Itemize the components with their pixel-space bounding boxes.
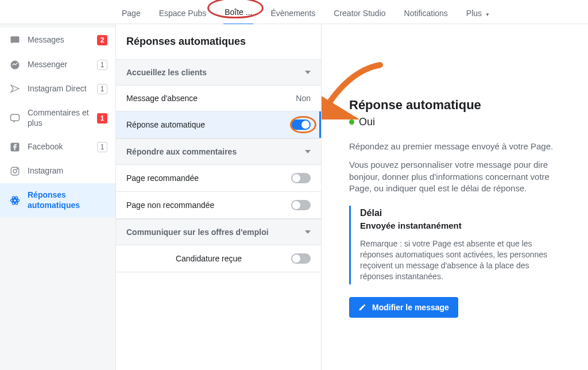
sidebar-item-label: Instagram bbox=[28, 166, 107, 176]
row-label: Page non recommandée bbox=[126, 201, 214, 210]
row-value: Non bbox=[296, 94, 311, 103]
infobox-title: Délai bbox=[360, 208, 556, 218]
row-auto-reply[interactable]: Réponse automatique bbox=[116, 111, 321, 138]
status-label: Oui bbox=[359, 116, 375, 128]
page-recommended-toggle[interactable] bbox=[291, 173, 311, 183]
delay-infobox: Délai Envoyée instantanément Remarque : … bbox=[349, 206, 556, 284]
badge: 1 bbox=[97, 60, 107, 70]
tab-page[interactable]: Page bbox=[121, 5, 142, 25]
instagram-icon bbox=[9, 166, 21, 176]
edit-message-button-label: Modifier le message bbox=[372, 303, 449, 312]
row-label: Candidature reçue bbox=[176, 254, 242, 263]
messenger-icon bbox=[9, 60, 21, 70]
badge: 1 bbox=[97, 113, 107, 124]
row-label: Message d'absence bbox=[126, 94, 198, 103]
sidebar-item-instagram[interactable]: Instagram bbox=[0, 159, 115, 183]
status-dot-icon bbox=[349, 120, 354, 125]
instagram-dm-icon bbox=[9, 84, 21, 94]
row-label: Réponse automatique bbox=[126, 120, 205, 129]
row-application-received[interactable]: Candidature reçue bbox=[116, 245, 321, 272]
infobox-note: Remarque : si votre Page est absente et … bbox=[360, 238, 556, 282]
svg-point-6 bbox=[17, 168, 18, 169]
badge: 2 bbox=[97, 35, 107, 45]
sidebar-item-label: Facebook bbox=[28, 142, 90, 152]
section-header-label: Accueillez les clients bbox=[126, 68, 207, 77]
sidebar-item-label: Messages bbox=[28, 35, 90, 45]
auto-reply-icon bbox=[9, 195, 21, 206]
tab-notifications[interactable]: Notifications bbox=[403, 5, 449, 25]
badge: 1 bbox=[97, 84, 107, 94]
row-page-not-recommended[interactable]: Page non recommandée bbox=[116, 192, 321, 219]
application-received-toggle[interactable] bbox=[291, 253, 311, 264]
detail-paragraph-1: Répondez au premier message envoyé à vot… bbox=[349, 141, 567, 152]
edit-message-button[interactable]: Modifier le message bbox=[349, 297, 458, 318]
infobox-subtitle: Envoyée instantanément bbox=[360, 221, 556, 230]
detail-paragraph-2: Vous pouvez personnaliser votre message … bbox=[349, 159, 567, 194]
badge: 1 bbox=[97, 142, 107, 152]
chevron-down-icon bbox=[305, 230, 311, 234]
sidebar-item-label: Messenger bbox=[28, 60, 90, 70]
svg-point-7 bbox=[14, 199, 17, 202]
auto-reply-toggle[interactable] bbox=[291, 120, 311, 130]
settings-title: Réponses automatiques bbox=[116, 24, 321, 59]
sidebar: Messages 2 Messenger 1 Instagram Direct … bbox=[0, 24, 116, 370]
chevron-down-icon: ▼ bbox=[485, 12, 490, 17]
chat-icon bbox=[9, 34, 21, 46]
sidebar-item-messenger[interactable]: Messenger 1 bbox=[0, 53, 115, 77]
svg-point-5 bbox=[13, 169, 17, 173]
chevron-down-icon bbox=[305, 150, 311, 153]
settings-list: Réponses automatiques Accueillez les cli… bbox=[116, 24, 322, 370]
section-header-jobs[interactable]: Communiquer sur les offres d'emploi bbox=[116, 219, 321, 245]
detail-title: Réponse automatique bbox=[349, 98, 567, 113]
chevron-down-icon bbox=[305, 71, 311, 74]
sidebar-item-comments[interactable]: Commentaires et plus 1 bbox=[0, 101, 115, 135]
row-label: Page recommandée bbox=[126, 174, 199, 183]
page-not-recommended-toggle[interactable] bbox=[291, 200, 311, 210]
top-nav: Page Espace Pubs Boîte ... Évènements Cr… bbox=[0, 0, 588, 24]
svg-rect-2 bbox=[11, 114, 20, 121]
detail-pane: Réponse automatique Oui Répondez au prem… bbox=[322, 24, 588, 370]
status-line: Oui bbox=[349, 116, 567, 128]
section-header-label: Communiquer sur les offres d'emploi bbox=[126, 228, 269, 237]
sidebar-item-label: Commentaires et plus bbox=[28, 108, 90, 128]
comment-icon bbox=[9, 113, 21, 124]
tab-events[interactable]: Évènements bbox=[269, 5, 316, 25]
tab-creator[interactable]: Creator Studio bbox=[332, 5, 386, 25]
pencil-icon bbox=[358, 303, 366, 311]
section-header-label: Répondre aux commentaires bbox=[126, 147, 237, 156]
sidebar-item-facebook[interactable]: Facebook 1 bbox=[0, 135, 115, 159]
sidebar-item-messages[interactable]: Messages 2 bbox=[0, 28, 115, 53]
tab-more[interactable]: Plus ▼ bbox=[465, 5, 491, 25]
section-header-welcome[interactable]: Accueillez les clients bbox=[116, 59, 321, 86]
sidebar-item-instagram-direct[interactable]: Instagram Direct 1 bbox=[0, 77, 115, 101]
row-page-recommended[interactable]: Page recommandée bbox=[116, 165, 321, 192]
tab-ads[interactable]: Espace Pubs bbox=[158, 5, 208, 25]
row-away-message[interactable]: Message d'absence Non bbox=[116, 86, 321, 111]
sidebar-item-auto-replies[interactable]: Réponses automatiques bbox=[0, 183, 115, 217]
tab-inbox[interactable]: Boîte ... bbox=[223, 4, 253, 25]
sidebar-item-label: Instagram Direct bbox=[28, 84, 90, 94]
facebook-icon bbox=[9, 142, 21, 152]
tab-more-label: Plus bbox=[466, 9, 482, 18]
svg-rect-0 bbox=[11, 36, 20, 43]
sidebar-item-label: Réponses automatiques bbox=[28, 190, 107, 210]
section-header-comments[interactable]: Répondre aux commentaires bbox=[116, 138, 321, 165]
